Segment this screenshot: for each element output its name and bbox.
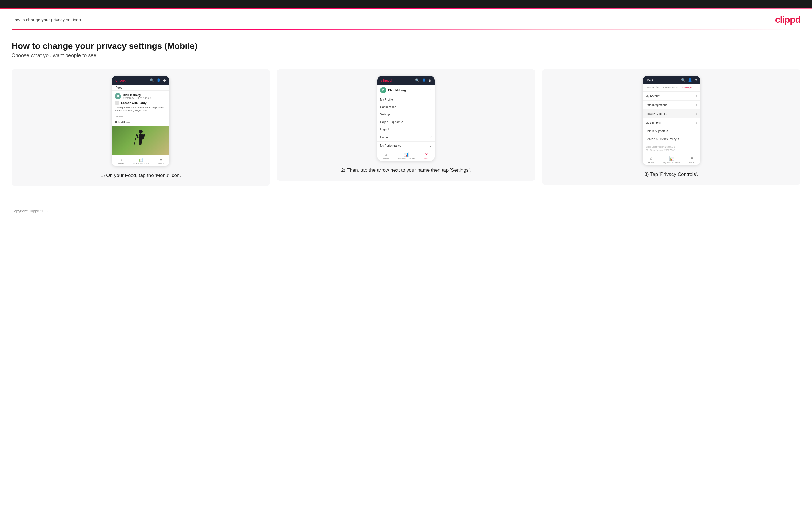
home-label-3: Home	[648, 161, 654, 164]
phone3-bottom-performance: 📊 My Performance	[663, 156, 680, 164]
phone1-icons: 🔍 👤 ⊕	[150, 78, 166, 82]
page-subheading: Choose what you want people to see	[11, 53, 801, 59]
phone2-navbar: clippd 🔍 👤 ⊕	[377, 76, 435, 85]
settings-item-golf-bag[interactable]: My Golf Bag ›	[643, 118, 700, 127]
menu-user-name: Blair McHarg	[388, 89, 406, 92]
phone3-icons: 🔍 👤 ⊕	[681, 78, 697, 82]
phone1-navbar: clippd 🔍 👤 ⊕	[112, 76, 169, 85]
post-user-name: Blair McHarg	[123, 93, 151, 97]
logo: clippd	[775, 14, 801, 25]
menu-item-settings[interactable]: Settings	[377, 111, 435, 118]
perf-label-3: My Performance	[663, 161, 680, 164]
gql-version: GQL Server Version: 2022.7.30-1	[646, 149, 675, 151]
main-content: How to change your privacy settings (Mob…	[0, 30, 812, 203]
settings-item-data-integrations[interactable]: Data Integrations ›	[643, 101, 700, 109]
menu-bottom-close[interactable]: ✕ Menu	[423, 152, 429, 160]
duration-val: 01 hr : 30 min	[115, 121, 130, 123]
menu-label-2: Menu	[423, 157, 429, 160]
menu-icon-3: ≡	[691, 156, 693, 161]
performance-icon: 📊	[138, 157, 143, 162]
step-3-card: ‹ Back 🔍 👤 ⊕ My Profile Connections Sett…	[542, 69, 801, 185]
phone3-bottom-menu[interactable]: ≡ Menu	[689, 156, 695, 164]
home-icon: ⌂	[119, 157, 121, 162]
menu-item-my-profile[interactable]: My Profile	[377, 96, 435, 103]
menu-section-home[interactable]: Home ∨	[377, 133, 435, 142]
home-icon-2: ⌂	[385, 152, 387, 157]
data-integrations-chevron: ›	[696, 103, 697, 107]
top-bar	[0, 0, 812, 8]
golf-bag-label: My Golf Bag	[646, 121, 661, 124]
my-account-label: My Account	[646, 95, 660, 98]
post-user-sub: Yesterday · Sunningdale	[123, 97, 151, 99]
golf-bag-chevron: ›	[696, 121, 697, 125]
settings-icon: ⊕	[163, 78, 166, 82]
settings-item-my-account[interactable]: My Account ›	[643, 92, 700, 101]
menu-label-3: Menu	[689, 161, 695, 164]
settings-icon-3: ⊕	[695, 78, 697, 82]
golfer-silhouette-svg	[134, 129, 148, 152]
performance-section-chevron: ∨	[429, 144, 432, 148]
search-icon-3: 🔍	[681, 78, 686, 82]
menu-bottom-home: ⌂ Home	[383, 152, 389, 160]
phone2-logo: clippd	[381, 78, 392, 82]
tab-settings[interactable]: Settings	[680, 84, 694, 91]
help-label: Help & Support ↗	[646, 129, 668, 133]
settings-icon-2: ⊕	[428, 78, 431, 82]
client-version: Clippd Client Version: 2022.8.3-3	[646, 146, 675, 148]
settings-item-privacy-policy[interactable]: Service & Privacy Policy ↗	[643, 135, 700, 143]
tab-connections[interactable]: Connections	[661, 84, 680, 91]
perf-icon-2: 📊	[404, 152, 409, 157]
header-page-title: How to change your privacy settings	[11, 17, 81, 22]
profile-icon-2: 👤	[422, 78, 426, 82]
duration-row: Duration 01 hr : 30 min	[115, 113, 166, 124]
settings-item-privacy-controls[interactable]: Privacy Controls ›	[643, 109, 700, 118]
phone3-bottom-bar: ⌂ Home 📊 My Performance ≡ Menu	[643, 154, 700, 165]
settings-item-help[interactable]: Help & Support ↗	[643, 127, 700, 135]
svg-point-0	[139, 129, 143, 133]
phone1-logo: clippd	[115, 78, 126, 82]
step-3-caption: 3) Tap 'Privacy Controls'.	[644, 171, 698, 178]
version-info: Clippd Client Version: 2022.8.3-3 GQL Se…	[643, 143, 700, 154]
search-icon-2: 🔍	[415, 78, 419, 82]
settings-tabs: My Profile Connections Settings	[643, 84, 700, 92]
phone3-navbar: ‹ Back 🔍 👤 ⊕	[643, 76, 700, 84]
menu-user-chevron[interactable]: ⌃	[429, 88, 432, 92]
step-1-caption: 1) On your Feed, tap the 'Menu' icon.	[101, 172, 181, 179]
step-2-phone: clippd 🔍 👤 ⊕ B Blair McHarg	[377, 76, 435, 161]
menu-overlay: B Blair McHarg ⌃ My Profile Connections …	[377, 85, 435, 150]
menu-item-logout[interactable]: Logout	[377, 126, 435, 133]
bottom-bar-menu[interactable]: ≡ Menu	[158, 157, 164, 165]
menu-icon: ≡	[160, 157, 162, 162]
copyright-text: Copyright Clippd 2022	[11, 209, 49, 213]
back-button[interactable]: ‹ Back	[646, 79, 654, 82]
bottom-bar-home: ⌂ Home	[117, 157, 123, 165]
menu-item-help[interactable]: Help & Support ↗	[377, 118, 435, 126]
phone1-post: B Blair McHarg Yesterday · Sunningdale ♦…	[112, 91, 169, 126]
feed-label: Feed	[115, 86, 122, 89]
profile-icon: 👤	[156, 78, 161, 82]
menu-avatar: B	[380, 87, 387, 93]
page-heading: How to change your privacy settings (Mob…	[11, 41, 801, 51]
step-2-card: clippd 🔍 👤 ⊕ B Blair McHarg	[277, 69, 536, 181]
home-label-2: Home	[383, 157, 389, 160]
lesson-row: ♦ Lesson with Fordy	[115, 101, 166, 105]
performance-label: My Performance	[133, 162, 150, 165]
phone2-icons: 🔍 👤 ⊕	[415, 78, 431, 82]
duration-label: Duration	[115, 115, 123, 118]
avatar: B	[115, 93, 121, 99]
phone2-bottom-bar: ⌂ Home 📊 My Performance ✕ Menu	[377, 150, 435, 161]
svg-rect-2	[136, 133, 139, 138]
svg-rect-3	[143, 133, 145, 139]
post-text: Looking to feel like my hands are exitin…	[115, 106, 166, 112]
post-user-row: B Blair McHarg Yesterday · Sunningdale	[115, 93, 166, 99]
tab-my-profile[interactable]: My Profile	[645, 84, 661, 91]
menu-section-performance[interactable]: My Performance ∨	[377, 142, 435, 150]
step-3-phone: ‹ Back 🔍 👤 ⊕ My Profile Connections Sett…	[643, 76, 700, 165]
phone3-bottom-home: ⌂ Home	[648, 156, 654, 164]
home-icon-3: ⌂	[650, 156, 652, 161]
menu-bottom-performance: 📊 My Performance	[398, 152, 415, 160]
data-integrations-label: Data Integrations	[646, 103, 667, 107]
close-icon: ✕	[425, 152, 428, 157]
perf-icon-3: 📊	[669, 156, 674, 161]
menu-item-connections[interactable]: Connections	[377, 103, 435, 111]
